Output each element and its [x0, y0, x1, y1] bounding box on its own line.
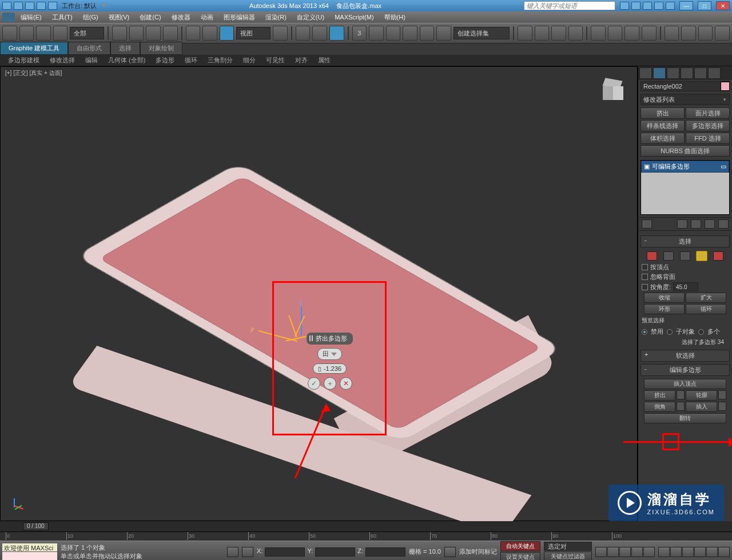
subtab-polymodel[interactable]: 多边形建模 — [3, 55, 44, 66]
teapot-icon[interactable] — [698, 26, 713, 41]
caddy-cancel-button[interactable]: ✕ — [340, 377, 352, 390]
edge-level-icon[interactable] — [663, 251, 674, 261]
unlink-icon[interactable] — [53, 26, 68, 41]
anglesnap-icon[interactable] — [369, 26, 384, 41]
inset-settings-icon[interactable] — [718, 402, 726, 411]
redo-icon[interactable] — [48, 2, 57, 10]
workspace-dropdown-icon[interactable] — [101, 4, 107, 7]
outline-button[interactable]: 轮廓 — [686, 390, 717, 401]
prev-frame-icon[interactable] — [607, 547, 619, 557]
hierarchy-tab-icon[interactable] — [667, 67, 679, 79]
help-search-input[interactable] — [524, 1, 615, 10]
vertex-level-icon[interactable] — [647, 251, 657, 261]
time-position[interactable]: 0 / 100 — [23, 522, 49, 530]
mini-listener-input[interactable] — [2, 552, 57, 560]
subtab-align[interactable]: 对齐 — [291, 55, 312, 66]
expand-icon[interactable]: ▣ — [644, 163, 650, 170]
abs-rel-icon[interactable] — [444, 547, 456, 557]
time-ruler[interactable]: 0102030405060708090100 — [0, 531, 732, 541]
minimize-button[interactable]: — — [679, 1, 693, 10]
by-vertex-row[interactable]: 按顶点 — [642, 262, 729, 272]
set-btn-ffd[interactable]: FFD 选择 — [686, 133, 730, 144]
maximize-vp-icon[interactable] — [718, 547, 730, 557]
setkey-button[interactable]: 设置关键点 — [500, 552, 540, 560]
polygon-level-icon[interactable] — [697, 251, 707, 261]
percentsnap-icon[interactable] — [386, 26, 401, 41]
app-logo-icon[interactable] — [2, 13, 15, 22]
object-color-chip[interactable] — [721, 82, 730, 91]
pivot-icon[interactable] — [273, 26, 288, 41]
outline-settings-icon[interactable] — [718, 390, 726, 399]
subscription-icon[interactable] — [631, 2, 640, 10]
zoom-extents-icon[interactable] — [682, 547, 694, 557]
inset-button[interactable]: 插入 — [686, 402, 717, 412]
maxscript-mini[interactable]: 欢迎使用 MAXSci — [2, 543, 57, 560]
layers-icon[interactable] — [535, 26, 550, 41]
curve-editor-icon[interactable] — [568, 26, 583, 41]
open-icon[interactable] — [14, 2, 23, 10]
link-icon[interactable] — [36, 26, 51, 41]
binoculars-icon[interactable] — [620, 2, 629, 10]
set-btn-facesel[interactable]: 面片选择 — [686, 107, 730, 119]
new-icon[interactable] — [2, 2, 11, 10]
menu-modifiers[interactable]: 修改器 — [167, 12, 195, 23]
set-btn-volsel[interactable]: 体积选择 — [640, 133, 685, 144]
close-button[interactable]: ✕ — [716, 1, 730, 10]
caddy-mode-dropdown[interactable]: 田 — [317, 348, 342, 360]
menu-help[interactable]: 帮助(H) — [380, 12, 410, 23]
subtab-polygons[interactable]: 多边形 — [151, 55, 179, 66]
configure-icon[interactable] — [718, 219, 729, 229]
radio-subobj[interactable] — [667, 329, 673, 335]
set-btn-nurbs[interactable]: NURBS 曲面选择 — [640, 145, 730, 157]
checkbox-icon[interactable] — [642, 284, 648, 290]
help-icon[interactable] — [666, 2, 675, 10]
field-of-view-icon[interactable] — [694, 547, 706, 557]
menu-grapheditors[interactable]: 图形编辑器 — [219, 12, 260, 23]
pan-icon[interactable] — [658, 547, 670, 557]
play-icon[interactable] — [619, 547, 631, 557]
ribbon-tab-freeform[interactable]: 自由形式 — [68, 42, 110, 55]
ignore-backfacing-row[interactable]: 忽略背面 — [642, 272, 729, 282]
subtab-loops[interactable]: 循环 — [180, 55, 202, 66]
loop-button[interactable]: 循环 — [686, 304, 726, 314]
grow-button[interactable]: 扩大 — [686, 293, 726, 303]
teapot2-icon[interactable] — [715, 26, 730, 41]
scale-icon[interactable] — [220, 26, 234, 41]
remove-icon[interactable] — [705, 219, 715, 229]
iso-selection-icon[interactable] — [242, 547, 253, 557]
extrude-button[interactable]: 挤出 — [644, 390, 675, 401]
by-angle-row[interactable]: 按角度: 45.0 — [642, 282, 729, 292]
bevel-settings-icon[interactable] — [677, 402, 685, 411]
selection-filter-dropdown[interactable]: 全部 — [70, 27, 104, 39]
rollout-selection-header[interactable]: -选择 — [640, 235, 730, 247]
maximize-button[interactable]: □ — [698, 1, 711, 10]
z-input[interactable] — [365, 547, 405, 557]
rollout-editpoly-header[interactable]: -编辑多边形 — [640, 364, 730, 376]
checkbox-icon[interactable] — [642, 264, 648, 270]
menu-view[interactable]: 视图(V) — [104, 12, 134, 23]
modifier-list-dropdown[interactable]: 修改器列表 — [640, 94, 730, 105]
border-level-icon[interactable] — [680, 251, 690, 261]
undo-icon[interactable] — [37, 2, 46, 10]
menu-group[interactable]: 组(G) — [78, 12, 103, 23]
snap3-icon[interactable]: 3 — [352, 26, 367, 41]
bevel-button[interactable]: 倒角 — [644, 402, 675, 412]
stack-item-editable-poly[interactable]: ▣ 可编辑多边形 ▭ — [641, 161, 729, 173]
render-setup-icon[interactable] — [624, 26, 639, 41]
window-crossing-icon[interactable] — [163, 26, 178, 41]
lock-selection-icon[interactable] — [227, 547, 238, 557]
ring-button[interactable]: 环形 — [644, 304, 685, 314]
ribbon-tab-selection[interactable]: 选择 — [110, 42, 140, 55]
modifier-stack[interactable]: ▣ 可编辑多边形 ▭ — [640, 160, 730, 215]
time-slider[interactable]: 0 / 100 — [0, 521, 732, 531]
zoom-icon[interactable] — [670, 547, 682, 557]
render-icon[interactable] — [665, 26, 679, 41]
goto-start-icon[interactable] — [595, 547, 607, 557]
flip-button[interactable]: 翻转 — [644, 413, 726, 423]
subtab-vis[interactable]: 可见性 — [261, 55, 289, 66]
caddy-ok-button[interactable]: ✓ — [308, 377, 320, 390]
extrude-settings-icon[interactable] — [677, 390, 685, 399]
make-unique-icon[interactable] — [691, 219, 701, 229]
menu-maxscript[interactable]: MAXScript(M) — [330, 13, 378, 22]
viewport-label[interactable]: [+] [正交] [真实 + 边面] — [5, 69, 62, 77]
